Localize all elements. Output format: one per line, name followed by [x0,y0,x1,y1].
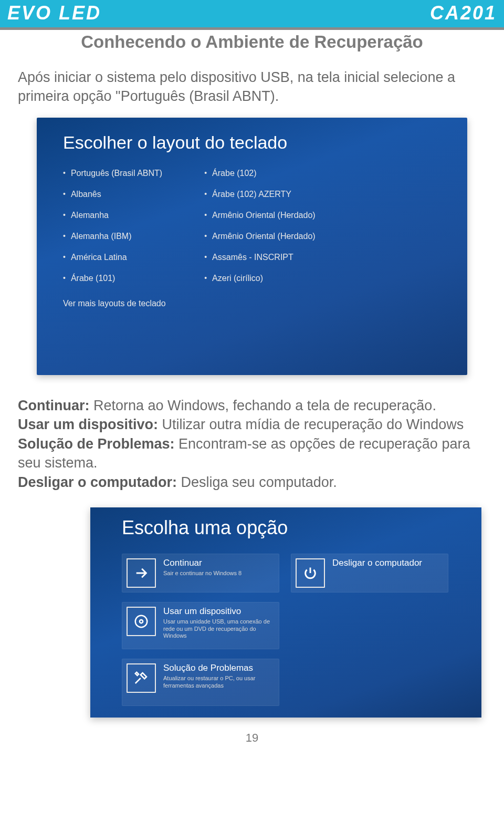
def-desligar-label: Desligar o computador: [18,474,177,490]
keyboard-layout-title: Escolher o layout do teclado [63,132,441,153]
keyboard-option[interactable]: Alemanha (IBM) [63,232,162,241]
brand-left: EVO LED [7,2,101,24]
keyboard-option[interactable]: Português (Brasil ABNT) [63,169,162,178]
disc-icon [127,607,156,636]
intro-paragraph: Após iniciar o sistema pelo dispositivo … [18,68,486,106]
svg-point-0 [135,616,148,628]
keyboard-more-link[interactable]: Ver mais layouts de teclado [63,299,441,308]
screenshot-choose-option: Escolha uma opção Continuar Sair e conti… [90,507,481,718]
tile-solucao-problemas[interactable]: Solução de Problemas Atualizar ou restau… [122,659,279,706]
section-title: Conhecendo o Ambiente de Recuperação [0,32,504,52]
brand-right: CA201 [430,2,497,24]
tile-subtitle: Sair e continuar no Windows 8 [163,570,242,577]
header-bar: EVO LED CA201 [0,0,504,30]
def-desligar-text: Desliga seu computador. [177,474,337,490]
keyboard-option[interactable]: Árabe (102) AZERTY [204,190,315,199]
page-number: 19 [0,731,504,745]
tile-subtitle: Atualizar ou restaurar o PC, ou usar fer… [163,675,272,690]
tile-title: Continuar [163,558,242,568]
tile-usar-dispositivo[interactable]: Usar um dispositivo Usar uma unidade USB… [122,602,279,649]
keyboard-col-2: Árabe (102) Árabe (102) AZERTY Armênio O… [204,169,315,283]
choose-option-title: Escolha uma opção [122,517,460,539]
def-continuar-text: Retorna ao Windows, fechando a tela de r… [89,398,436,413]
def-continuar-label: Continuar: [18,398,89,413]
keyboard-option[interactable]: Albanês [63,190,162,199]
arrow-right-icon [127,558,156,588]
def-solucao-label: Solução de Problemas: [18,436,175,452]
tile-continuar[interactable]: Continuar Sair e continuar no Windows 8 [122,554,279,593]
tools-icon [127,663,156,693]
keyboard-col-1: Português (Brasil ABNT) Albanês Alemanha… [63,169,162,283]
keyboard-option[interactable]: Árabe (101) [63,274,162,283]
power-icon [296,558,325,588]
definitions-block: Continuar: Retorna ao Windows, fechando … [18,396,486,492]
def-usar-label: Usar um dispositivo: [18,417,158,432]
keyboard-option[interactable]: Alemanha [63,211,162,220]
def-usar-text: Utilizar outra mídia de recuperação do W… [158,417,464,432]
screenshot-keyboard-layout: Escolher o layout do teclado Português (… [37,118,467,375]
keyboard-option[interactable]: América Latina [63,253,162,262]
tile-title: Desligar o computador [332,558,422,568]
keyboard-option[interactable]: Armênio Oriental (Herdado) [204,211,315,220]
keyboard-option[interactable]: Assamês - INSCRIPT [204,253,315,262]
keyboard-option[interactable]: Azeri (cirílico) [204,274,315,283]
tile-title: Usar um dispositivo [163,607,272,617]
tile-title: Solução de Problemas [163,663,272,673]
keyboard-option[interactable]: Armênio Oriental (Herdado) [204,232,315,241]
keyboard-option[interactable]: Árabe (102) [204,169,315,178]
tile-desligar[interactable]: Desligar o computador [291,554,448,593]
tile-subtitle: Usar uma unidade USB, uma conexão de red… [163,618,272,640]
svg-point-1 [140,620,143,623]
